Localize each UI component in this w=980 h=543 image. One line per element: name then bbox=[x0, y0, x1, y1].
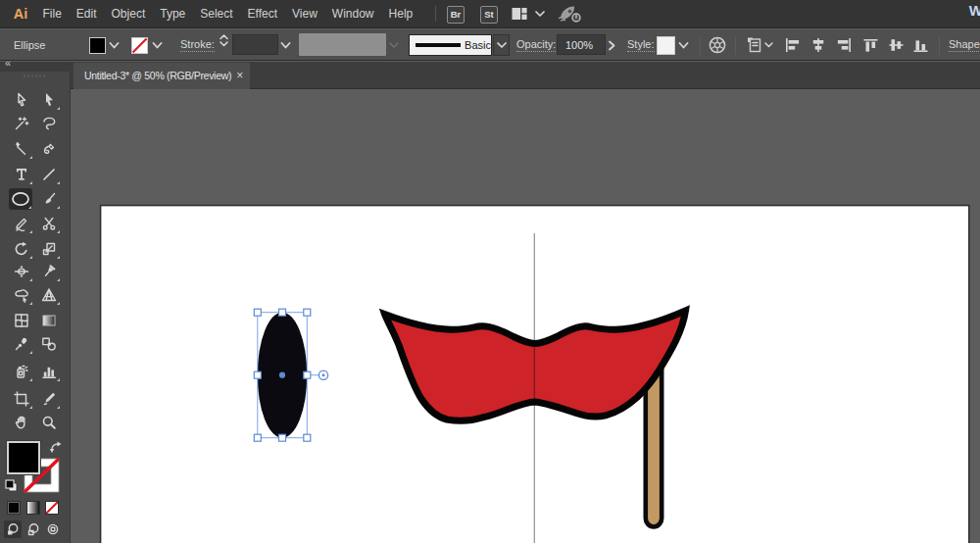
menu-window[interactable]: Window bbox=[324, 0, 381, 27]
zoom-tool[interactable] bbox=[37, 412, 61, 433]
stroke-weight-label[interactable]: Stroke: bbox=[180, 29, 215, 61]
canvas-area[interactable] bbox=[71, 89, 980, 543]
scale-tool[interactable] bbox=[37, 238, 61, 260]
illustrator-window: Ai File Edit Object Type Select Effect V… bbox=[0, 0, 980, 543]
menu-edit[interactable]: Edit bbox=[69, 0, 104, 27]
panel-grip[interactable] bbox=[24, 74, 47, 77]
stroke-color-swatch[interactable] bbox=[131, 29, 148, 61]
menu-type[interactable]: Type bbox=[153, 0, 193, 27]
perspective-grid-tool[interactable] bbox=[37, 284, 61, 306]
opacity-chevron-right-icon[interactable] bbox=[609, 29, 615, 61]
vertical-align-center-icon[interactable] bbox=[888, 37, 906, 53]
puppet-warp-tool[interactable] bbox=[37, 261, 61, 282]
line-style-chevron-down-icon[interactable] bbox=[493, 34, 510, 56]
control-bar: Ellipse Stroke: Basic bbox=[0, 29, 980, 61]
ellipse-tool[interactable] bbox=[9, 188, 32, 210]
stroke-weight-input[interactable] bbox=[232, 34, 278, 55]
lasso-tool[interactable] bbox=[37, 113, 61, 134]
collapse-dock-icon[interactable]: « bbox=[5, 57, 10, 69]
stroke-weight-chevron-down-icon[interactable] bbox=[280, 29, 291, 61]
curvature-tool[interactable] bbox=[37, 138, 61, 160]
dock-header: « bbox=[0, 62, 71, 72]
context-tool-label: Ellipse bbox=[14, 29, 45, 61]
slice-tool[interactable] bbox=[37, 388, 61, 410]
artboard-tool[interactable] bbox=[10, 388, 33, 410]
column-graph-tool[interactable] bbox=[37, 361, 61, 382]
vertical-align-top-icon[interactable] bbox=[862, 37, 880, 53]
draw-inside-mode-button[interactable] bbox=[44, 520, 62, 538]
fill-color-swatch[interactable] bbox=[89, 29, 106, 61]
line-style-preview bbox=[416, 43, 461, 47]
gradient-tool[interactable] bbox=[37, 310, 61, 331]
gradient-mode-button[interactable] bbox=[26, 501, 40, 515]
color-mode-button[interactable] bbox=[7, 501, 21, 515]
window-edge-text: W bbox=[969, 2, 980, 19]
horizontal-align-left-icon[interactable] bbox=[784, 37, 802, 53]
scissors-tool[interactable] bbox=[37, 213, 61, 234]
shaper-tool[interactable] bbox=[10, 213, 33, 234]
bridge-button[interactable]: Br bbox=[447, 6, 465, 24]
document-setup-chevron-down-icon[interactable] bbox=[764, 29, 773, 61]
selection-tool[interactable] bbox=[10, 89, 33, 111]
main-menus: File Edit Object Type Select Effect View… bbox=[35, 0, 420, 27]
tools-panel: « bbox=[0, 62, 71, 543]
brush-definition-dropdown bbox=[299, 33, 386, 56]
document-tab-title: Untitled-3* @ 50% (RGB/Preview) bbox=[84, 70, 231, 81]
opacity-label[interactable]: Opacity: bbox=[516, 29, 556, 61]
horizontal-align-right-icon[interactable] bbox=[835, 37, 853, 53]
menu-bar: Ai File Edit Object Type Select Effect V… bbox=[0, 0, 980, 28]
fill-color-control[interactable] bbox=[7, 441, 40, 474]
horizontal-align-center-icon[interactable] bbox=[809, 37, 827, 53]
stroke-chevron-down-icon[interactable] bbox=[152, 29, 163, 61]
swap-fill-stroke-icon[interactable] bbox=[49, 440, 63, 454]
menu-view[interactable]: View bbox=[285, 0, 325, 27]
menu-object[interactable]: Object bbox=[104, 0, 153, 27]
controlbar-separator3 bbox=[939, 36, 940, 55]
shape-label[interactable]: Shape: bbox=[949, 29, 980, 61]
line-style-dropdown[interactable]: Basic bbox=[409, 34, 492, 56]
rotate-tool[interactable] bbox=[10, 238, 33, 260]
gpu-performance-icon[interactable] bbox=[558, 4, 583, 25]
hand-tool[interactable] bbox=[10, 412, 33, 433]
brush-chevron-down-icon bbox=[389, 29, 399, 61]
line-style-value: Basic bbox=[465, 39, 491, 51]
opacity-input[interactable]: 100% bbox=[557, 34, 606, 55]
menu-file[interactable]: File bbox=[35, 0, 69, 27]
illustrator-logo-icon[interactable]: Ai bbox=[9, 3, 32, 25]
stroke-weight-stepper[interactable] bbox=[217, 29, 230, 51]
eyedropper-tool[interactable] bbox=[10, 333, 33, 355]
direct-selection-tool[interactable] bbox=[37, 89, 61, 111]
draw-normal-mode-button[interactable] bbox=[4, 520, 22, 538]
vertical-align-bottom-icon[interactable] bbox=[912, 37, 930, 53]
menu-help[interactable]: Help bbox=[381, 0, 420, 27]
draw-behind-mode-button[interactable] bbox=[24, 520, 42, 538]
none-mode-button[interactable] bbox=[45, 501, 59, 515]
recolor-artwork-icon[interactable] bbox=[709, 29, 726, 61]
magic-wand-tool[interactable] bbox=[10, 113, 33, 134]
menu-effect[interactable]: Effect bbox=[240, 0, 284, 27]
workspace-chevron-down-icon[interactable] bbox=[535, 11, 545, 17]
default-fill-stroke-icon[interactable] bbox=[5, 479, 18, 492]
mesh-tool[interactable] bbox=[10, 310, 33, 331]
tab-close-icon[interactable]: × bbox=[236, 63, 243, 89]
fill-chevron-down-icon[interactable] bbox=[109, 29, 120, 61]
pen-tool[interactable] bbox=[10, 138, 33, 160]
blend-tool[interactable] bbox=[37, 333, 61, 355]
center-point bbox=[279, 372, 285, 378]
line-segment-tool[interactable] bbox=[37, 164, 61, 185]
style-label[interactable]: Style: bbox=[627, 29, 655, 61]
workspace-switcher-icon[interactable] bbox=[512, 7, 527, 21]
style-chevron-down-icon[interactable] bbox=[678, 29, 689, 61]
type-tool[interactable] bbox=[10, 164, 33, 185]
width-tool[interactable] bbox=[10, 261, 33, 282]
document-tab[interactable]: Untitled-3* @ 50% (RGB/Preview) × bbox=[74, 63, 250, 89]
menubar-separator bbox=[435, 6, 436, 22]
menu-select[interactable]: Select bbox=[193, 0, 240, 27]
document-setup-icon[interactable] bbox=[746, 29, 763, 61]
paintbrush-tool[interactable] bbox=[37, 188, 61, 210]
controlbar-separator2 bbox=[735, 36, 736, 55]
shape-builder-tool[interactable] bbox=[10, 284, 33, 306]
stock-button[interactable]: St bbox=[480, 6, 498, 24]
symbol-sprayer-tool[interactable] bbox=[10, 361, 33, 382]
style-swatch[interactable] bbox=[657, 29, 675, 61]
